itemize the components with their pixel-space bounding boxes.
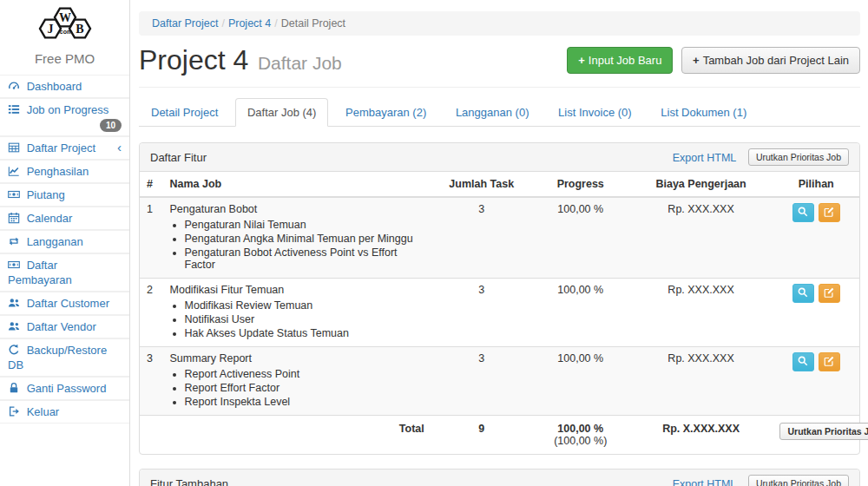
job-count-badge: 10: [100, 119, 122, 132]
row-number: 1: [140, 197, 163, 279]
svg-text:J: J: [47, 23, 53, 36]
project-tabs: Detail Project Daftar Job (4) Pembayaran…: [139, 98, 860, 127]
table-row: 1 Pengaturan Bobot Pengaturan Nilai Temu…: [140, 197, 859, 279]
subtask-item: Report Inspekta Level: [185, 396, 424, 408]
breadcrumb-daftar-project[interactable]: Daftar Project: [152, 17, 218, 30]
total-progress: 100,00 %: [557, 423, 603, 435]
sidebar-item-daftar-pembayaran[interactable]: Daftar Pembayaran: [0, 253, 129, 292]
urutkan-prioritas-job-button[interactable]: Urutkan Prioritas Job: [779, 423, 868, 440]
breadcrumb-project-4[interactable]: Project 4: [228, 17, 271, 30]
breadcrumb-separator: /: [218, 17, 227, 30]
sidebar-item-keluar[interactable]: Keluar: [0, 400, 129, 424]
edit-job-button[interactable]: [819, 284, 840, 303]
total-cost: Rp. X.XXX.XXX: [629, 416, 773, 455]
svg-text:B: B: [76, 23, 83, 36]
sidebar-item-label: Daftar Vendor: [27, 320, 96, 333]
subtask-item: Pengaturan Angka Minimal Temuan per Ming…: [185, 233, 424, 245]
jwb-logo: W J B .com: [0, 0, 129, 49]
sidebar-item-label: Daftar Project: [27, 141, 95, 154]
sidebar-item-job-on-progress[interactable]: Job on Progress 10: [0, 98, 129, 136]
export-html-link[interactable]: Export HTML: [673, 152, 737, 164]
svg-text:.com: .com: [57, 29, 71, 35]
dashboard-icon: [8, 80, 20, 92]
sidebar-item-label: Langganan: [27, 235, 83, 248]
edit-icon: [823, 355, 835, 367]
money-icon: [8, 188, 20, 200]
sidebar-item-label: Calendar: [27, 212, 73, 225]
plus-icon: +: [578, 54, 585, 67]
breadcrumb-separator: /: [271, 17, 280, 30]
progress-value: 100,00 %: [532, 279, 629, 347]
subtask-item: Modifikasi Review Temuan: [185, 299, 424, 312]
sidebar-item-daftar-project[interactable]: Daftar Project ‹: [0, 136, 129, 160]
view-job-button[interactable]: [792, 203, 814, 222]
sidebar-item-label: Dashboard: [27, 80, 82, 93]
progress-value: 100,00 %: [532, 197, 629, 279]
edit-icon: [823, 206, 835, 218]
job-name: Summary Report: [170, 352, 252, 364]
progress-value: 100,00 %: [532, 347, 629, 416]
sidebar-item-label: Piutang: [27, 188, 65, 201]
total-label: Total: [163, 416, 431, 455]
export-html-link[interactable]: Export HTML: [673, 478, 737, 486]
edit-icon: [823, 286, 835, 299]
tab-detail-project: Detail Project: [139, 98, 230, 127]
sidebar-item-ganti-password[interactable]: Ganti Password: [0, 377, 129, 400]
row-number: 2: [140, 279, 163, 347]
subtask-item: Report Effort Factor: [185, 382, 424, 394]
tambah-job-dari-project-lain-button[interactable]: +Tambah Job dari Project Lain: [681, 47, 860, 74]
urutkan-prioritas-job-button[interactable]: Urutkan Prioritas Job: [748, 148, 849, 166]
line-chart-icon: [8, 165, 20, 177]
cost-value: Rp. XXX.XXX: [629, 197, 773, 279]
sidebar-nav: Dashboard Job on Progress 10 Daftar Proj…: [0, 75, 129, 424]
tab-list-invoice: List Invoice (0): [546, 98, 644, 127]
cost-value: Rp. XXX.XXX: [629, 279, 773, 347]
edit-job-button[interactable]: [819, 352, 840, 371]
sidebar-item-label: Keluar: [27, 405, 60, 418]
sidebar-item-label: Penghasilan: [27, 165, 89, 178]
retweet-icon: [8, 235, 20, 247]
fitur-tambahan-heading: Fitur Tambahan Export HTML Urutkan Prior…: [140, 470, 859, 486]
sidebar-item-daftar-customer[interactable]: Daftar Customer: [0, 292, 129, 315]
sidebar-item-backup-restore-db[interactable]: Backup/Restore DB: [0, 338, 129, 377]
table-row: 2 Modifikasi Fitur Temuan Modifikasi Rev…: [140, 279, 859, 347]
subtask-item: Pengaturan Bobot Activeness Point vs Eff…: [185, 246, 424, 271]
chevron-left-icon: ‹: [117, 141, 122, 154]
money-icon: [8, 259, 20, 271]
total-row: Total 9 100,00 % (100,00 %) Rp. X.XXX.XX…: [140, 416, 859, 455]
sidebar-item-penghasilan[interactable]: Penghasilan: [0, 160, 129, 183]
sidebar-item-label: Backup/Restore DB: [8, 344, 107, 371]
subtask-item: Notifikasi User: [185, 313, 424, 325]
daftar-fitur-panel: Daftar Fitur Export HTML Urutkan Priorit…: [139, 142, 860, 455]
sidebar-item-piutang[interactable]: Piutang: [0, 183, 129, 207]
urutkan-prioritas-job-button[interactable]: Urutkan Prioritas Job: [748, 475, 849, 486]
col-progress: Progress: [532, 172, 629, 197]
tab-daftar-job: Daftar Job (4): [235, 98, 328, 127]
input-job-baru-button[interactable]: +Input Job Baru: [567, 47, 673, 74]
list-icon: [8, 103, 20, 115]
total-progress-secondary: (100,00 %): [554, 435, 607, 447]
sign-out-icon: [8, 405, 20, 417]
subtask-list: Report Activeness Point Report Effort Fa…: [170, 368, 424, 408]
svg-text:W: W: [59, 11, 71, 24]
sidebar-item-daftar-vendor[interactable]: Daftar Vendor: [0, 315, 129, 338]
tab-pembayaran: Pembayaran (2): [333, 98, 438, 127]
cost-value: Rp. XXX.XXX: [629, 347, 773, 416]
sidebar-item-langganan[interactable]: Langganan: [0, 230, 129, 253]
view-job-button[interactable]: [792, 284, 814, 303]
search-icon: [797, 206, 809, 218]
panel-title: Daftar Fitur: [150, 148, 207, 164]
view-job-button[interactable]: [792, 352, 814, 371]
task-count: 3: [431, 347, 532, 416]
breadcrumb-current: Detail Project: [281, 17, 345, 30]
jwb-hexagon-logo-icon: W J B .com: [30, 5, 101, 45]
job-name: Pengaturan Bobot: [170, 203, 258, 215]
sidebar-item-label: Daftar Customer: [27, 297, 109, 310]
sidebar-item-calendar[interactable]: Calendar: [0, 207, 129, 230]
fitur-tambahan-panel: Fitur Tambahan Export HTML Urutkan Prior…: [139, 469, 860, 486]
sidebar-item-label: Ganti Password: [27, 382, 107, 395]
edit-job-button[interactable]: [819, 203, 840, 222]
col-number: #: [140, 172, 163, 197]
sidebar-item-dashboard[interactable]: Dashboard: [0, 75, 129, 98]
users-icon: [8, 320, 20, 332]
